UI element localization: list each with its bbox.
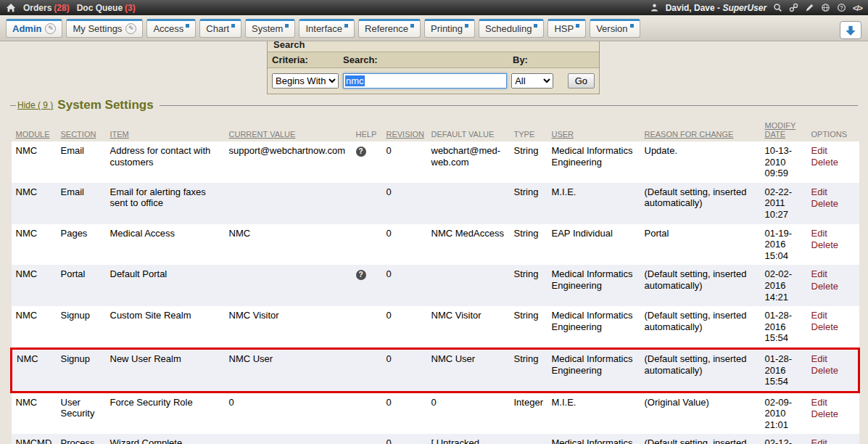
cell-revision: 0 — [387, 392, 431, 434]
globe-icon[interactable] — [821, 3, 830, 12]
edit-link[interactable]: Edit — [811, 310, 855, 321]
topbar-right: David, Dave - SuperUser ? </> — [650, 3, 862, 13]
tab-version[interactable]: Version — [590, 19, 640, 38]
column-header-label: MODIFY DATE — [765, 121, 796, 139]
help-icon[interactable]: ? — [356, 147, 366, 157]
column-header-user[interactable]: USER — [552, 120, 645, 141]
cell-revision: 0 — [387, 348, 431, 392]
column-header-default-value: DEFAULT VALUE — [431, 120, 514, 141]
tab-access[interactable]: Access — [146, 19, 196, 38]
column-header-module[interactable]: MODULE — [12, 120, 61, 141]
tab-my-settings[interactable]: My Settings✎ — [66, 19, 143, 38]
help-icon[interactable]: ? — [837, 3, 846, 12]
tab-reference[interactable]: Reference — [358, 19, 421, 38]
cell-current-value: NMC — [229, 224, 356, 266]
tab-printing[interactable]: Printing — [424, 19, 475, 38]
delete-link[interactable]: Delete — [811, 365, 854, 377]
cell-item: Email for alerting faxes sent to office — [110, 183, 229, 224]
code-icon[interactable]: </> — [853, 4, 862, 12]
column-header-reason-for-change[interactable]: REASON FOR CHANGE — [645, 120, 765, 141]
criteria-select[interactable]: Begins With — [272, 73, 339, 89]
edit-link[interactable]: Edit — [811, 186, 855, 198]
orders-link[interactable]: Orders (28) — [23, 3, 70, 13]
table-row: NMCMDProcessWizard Complete0[ Untracked … — [12, 434, 859, 444]
tab-label: Printing — [431, 23, 463, 34]
tab-scheduling[interactable]: Scheduling — [479, 19, 544, 38]
doc-queue-link[interactable]: Doc Queue (3) — [77, 3, 136, 13]
cell-default-value: NMC User — [431, 348, 514, 392]
edit-link[interactable]: Edit — [811, 268, 855, 280]
edit-link[interactable]: Edit — [811, 145, 855, 157]
delete-link[interactable]: Delete — [811, 239, 855, 251]
settings-table-body: NMCEmailAddress for contact with custome… — [12, 141, 859, 444]
edit-link[interactable]: Edit — [811, 397, 855, 408]
cell-section: Pages — [61, 224, 110, 266]
cell-help: ? — [356, 141, 387, 183]
link-icon[interactable] — [789, 3, 798, 12]
search-icon[interactable] — [773, 3, 782, 12]
column-header-item[interactable]: ITEM — [110, 120, 229, 141]
cell-revision: 0 — [387, 265, 431, 306]
cell-item: Medical Access — [110, 224, 229, 266]
by-label: By: — [513, 54, 528, 65]
current-user: David, Dave - SuperUser — [666, 3, 766, 13]
cell-options: EditDelete — [811, 183, 859, 224]
tab-admin[interactable]: Admin✎ — [6, 19, 62, 38]
edit-link[interactable]: Edit — [811, 437, 855, 444]
help-icon[interactable]: ? — [356, 270, 366, 280]
cell-item: New User Realm — [110, 348, 229, 392]
tab-system[interactable]: System — [245, 19, 295, 38]
cell-user: M.I.E. — [552, 392, 645, 434]
tab-interface[interactable]: Interface — [299, 19, 355, 38]
hide-link[interactable]: Hide ( 9 ) — [17, 100, 53, 110]
edit-link[interactable]: Edit — [811, 353, 854, 365]
delete-link[interactable]: Delete — [811, 157, 855, 168]
delete-link[interactable]: Delete — [811, 281, 855, 292]
home-icon[interactable] — [6, 3, 16, 13]
column-header-label: MODULE — [16, 130, 50, 139]
column-header-revision[interactable]: REVISION — [387, 120, 431, 141]
cell-help — [356, 348, 387, 392]
expand-button[interactable] — [840, 21, 861, 39]
delete-link[interactable]: Delete — [811, 408, 855, 420]
cell-default-value: NMC MedAccess — [431, 224, 514, 266]
cell-section: Process — [61, 434, 110, 444]
tab-label: Scheduling — [485, 23, 532, 34]
cell-module: NMC — [12, 392, 61, 434]
go-button[interactable]: Go — [568, 73, 595, 89]
column-header-section[interactable]: SECTION — [61, 120, 110, 141]
cell-type: String — [514, 306, 552, 348]
orders-label: Orders — [23, 3, 51, 13]
topbar: Orders (28) Doc Queue (3) David, Dave - … — [0, 0, 868, 15]
column-header-label: REVISION — [387, 130, 425, 139]
tab-edit-icon[interactable]: ✎ — [125, 23, 136, 34]
cell-module: NMC — [12, 306, 61, 348]
tab-label: System — [252, 23, 283, 34]
tab-edit-icon[interactable]: ✎ — [45, 23, 56, 34]
table-header-row: MODULESECTIONITEMCURRENT VALUEHELPREVISI… — [12, 120, 859, 141]
search-input[interactable]: nmc — [343, 73, 507, 89]
cell-item: Force Security Role — [110, 392, 229, 434]
cell-module: NMC — [12, 265, 61, 306]
by-select[interactable]: All — [511, 73, 553, 89]
tab-chart[interactable]: Chart — [199, 19, 241, 38]
tab-label: Access — [153, 23, 183, 34]
cell-reason: (Default setting, inserted automatically… — [645, 183, 765, 224]
tab-hsp[interactable]: HSP — [547, 19, 586, 38]
settings-table: MODULESECTIONITEMCURRENT VALUEHELPREVISI… — [10, 120, 860, 444]
cell-type: String — [514, 183, 552, 224]
edit-link[interactable]: Edit — [811, 228, 855, 239]
cell-default-value: webchart@med-web.com — [431, 141, 514, 183]
cell-default-value: 0 — [431, 392, 514, 434]
delete-link[interactable]: Delete — [811, 321, 855, 333]
pencil-icon[interactable] — [805, 3, 814, 12]
cell-modify-date: 01-28-2016 15:54 — [765, 348, 811, 392]
delete-link[interactable]: Delete — [811, 198, 855, 210]
orders-count: (28) — [54, 3, 69, 13]
column-header-modify-date[interactable]: MODIFY DATE — [765, 120, 811, 141]
cell-section: Email — [61, 141, 110, 183]
column-header-options: OPTIONS — [811, 120, 859, 141]
cell-options: EditDelete — [811, 141, 859, 183]
cell-section: Signup — [61, 348, 110, 392]
column-header-current-value[interactable]: CURRENT VALUE — [229, 120, 356, 141]
